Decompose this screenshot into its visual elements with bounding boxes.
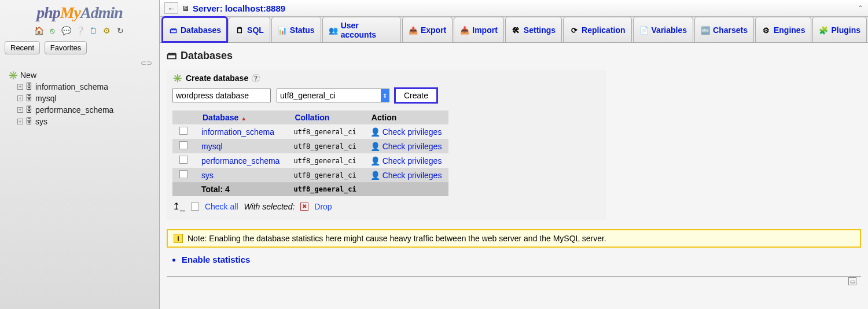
db-name-input[interactable] (172, 89, 271, 102)
status-icon: 📊 (278, 25, 287, 35)
databases-icon: 🗃 (168, 25, 178, 35)
tab-settings[interactable]: 🛠 Settings (505, 17, 562, 42)
page-title: 🗃 Databases (167, 50, 861, 62)
tab-recent[interactable]: Recent (5, 41, 40, 54)
phpmyadmin-logo[interactable]: phpMyAdmin (5, 3, 155, 22)
create-database-panel: ✳️ Create database ? utf8_general_ci ⇕ C… (167, 70, 606, 220)
note-text: Note: Enabling the database statistics h… (187, 234, 606, 243)
db-link[interactable]: information_schema (201, 127, 274, 137)
collation-value: utf8_general_ci (286, 124, 363, 139)
settings-icon[interactable]: ⚙ (102, 26, 112, 35)
drop-link[interactable]: Drop (314, 202, 332, 211)
topbar: ← 🖥 Server: localhost:8889 ⌃ (160, 0, 868, 17)
tree-item-performance-schema[interactable]: + 🗄 performance_schema (5, 104, 155, 116)
drop-icon: ✖ (300, 203, 308, 211)
create-button[interactable]: Create (395, 89, 437, 102)
sidebar: phpMyAdmin 🏠 ⎋ 💬 ❔ 🗒 ⚙ ↻ Recent Favorite… (0, 0, 160, 309)
bulk-actions: ↥_ Check all With selected: ✖ Drop (172, 201, 603, 212)
back-button[interactable]: ← (164, 2, 178, 14)
table-total-row: Total: 4 utf8_general_ci (172, 182, 448, 196)
expand-icon[interactable]: + (17, 107, 23, 113)
expand-icon[interactable]: + (17, 95, 23, 101)
privileges-icon: 👤 (370, 171, 380, 180)
chevron-updown-icon: ⇕ (381, 89, 389, 102)
db-link[interactable]: sys (201, 171, 214, 180)
server-icon: 🖥 (182, 4, 189, 13)
variables-icon: 📄 (639, 25, 649, 35)
databases-icon: 🗃 (167, 50, 177, 62)
privileges-icon: 👤 (370, 127, 380, 137)
row-checkbox[interactable] (179, 156, 187, 164)
home-icon[interactable]: 🏠 (34, 26, 43, 35)
info-icon: i (174, 234, 183, 243)
create-db-icon: ✳️ (172, 73, 182, 83)
col-collation[interactable]: Collation (286, 111, 363, 124)
tree-item-information-schema[interactable]: + 🗄 information_schema (5, 81, 155, 93)
check-privileges-link[interactable]: Check privileges (382, 127, 442, 137)
db-link[interactable]: performance_schema (201, 156, 279, 165)
content: 🗃 Databases ✳️ Create database ? utf8_ge… (160, 43, 868, 309)
engines-icon: ⚙ (762, 25, 771, 35)
check-privileges-link[interactable]: Check privileges (382, 156, 442, 165)
collation-value: utf8_general_ci (286, 168, 363, 182)
page-settings-icon[interactable]: ▭ (848, 277, 856, 285)
reload-icon[interactable]: ↻ (116, 26, 125, 35)
expand-icon[interactable]: + (17, 119, 23, 124)
create-db-heading: Create database (186, 73, 248, 83)
tab-databases[interactable]: 🗃 Databases (162, 17, 227, 42)
charsets-icon: 🔤 (701, 25, 710, 35)
col-database[interactable]: Database▲ (194, 111, 286, 124)
users-icon: 👥 (329, 25, 338, 35)
docs-icon[interactable]: ❔ (75, 26, 84, 35)
server-link[interactable]: Server: localhost:8889 (193, 3, 285, 13)
collapse-icon[interactable]: ⌃ (858, 4, 863, 12)
with-selected-label: With selected: (244, 202, 295, 211)
tree-item-mysql[interactable]: + 🗄 mysql (5, 93, 155, 104)
privileges-icon: 👤 (370, 156, 380, 165)
sidebar-toolbar: 🏠 ⎋ 💬 ❔ 🗒 ⚙ ↻ (5, 25, 155, 35)
row-checkbox[interactable] (179, 141, 187, 149)
db-link[interactable]: mysql (201, 142, 223, 151)
tree-new[interactable]: ✳️ New (5, 69, 155, 81)
collation-select[interactable]: utf8_general_ci ⇕ (277, 89, 389, 102)
tab-status[interactable]: 📊 Status (271, 17, 321, 42)
sort-asc-icon: ▲ (241, 115, 247, 122)
tree-item-sys[interactable]: + 🗄 sys (5, 116, 155, 127)
tab-favorites[interactable]: Favorites (45, 41, 87, 54)
new-db-icon: ✳️ (8, 71, 18, 80)
enable-statistics-link[interactable]: Enable statistics (182, 255, 861, 264)
table-row: mysql utf8_general_ci 👤 Check privileges (172, 139, 448, 153)
sql-icon[interactable]: 💬 (61, 26, 71, 35)
privileges-icon: 👤 (370, 142, 380, 151)
check-privileges-link[interactable]: Check privileges (382, 171, 442, 180)
nav-tabs: 🗃 Databases 🗒 SQL 📊 Status 👥 User accoun… (160, 17, 868, 43)
tab-charsets[interactable]: 🔤 Charsets (694, 17, 754, 42)
action-list: Enable statistics (182, 255, 861, 264)
table-row: performance_schema utf8_general_ci 👤 Che… (172, 153, 448, 168)
link-icon[interactable]: ⊂⊃ (5, 59, 152, 67)
bottom-separator: ▭ (167, 276, 861, 288)
check-privileges-link[interactable]: Check privileges (382, 142, 442, 151)
up-arrow-icon: ↥_ (172, 201, 185, 212)
table-row: sys utf8_general_ci 👤 Check privileges (172, 168, 448, 182)
tab-export[interactable]: 📤 Export (402, 17, 453, 42)
col-action: Action (363, 111, 449, 124)
check-all-checkbox[interactable] (191, 203, 199, 211)
tab-variables[interactable]: 📄 Variables (633, 17, 694, 42)
check-all-link[interactable]: Check all (205, 202, 238, 211)
expand-icon[interactable]: + (17, 84, 23, 90)
tab-replication[interactable]: ⟳ Replication (563, 17, 631, 42)
exit-icon[interactable]: ⎋ (47, 26, 57, 35)
row-checkbox[interactable] (179, 170, 187, 178)
help-icon[interactable]: ? (252, 74, 260, 82)
tab-sql[interactable]: 🗒 SQL (229, 17, 270, 42)
tab-engines[interactable]: ⚙ Engines (755, 17, 811, 42)
db-tree: ✳️ New + 🗄 information_schema + 🗄 mysql … (5, 69, 155, 127)
tab-plugins[interactable]: 🧩 Plugins (812, 17, 867, 42)
tab-user-accounts[interactable]: 👥 User accounts (322, 17, 401, 42)
row-checkbox[interactable] (179, 127, 187, 135)
tab-import[interactable]: 📥 Import (454, 17, 504, 42)
sql-icon: 🗒 (235, 25, 244, 35)
settings-icon: 🛠 (512, 25, 521, 35)
sql-small-icon[interactable]: 🗒 (89, 26, 98, 35)
